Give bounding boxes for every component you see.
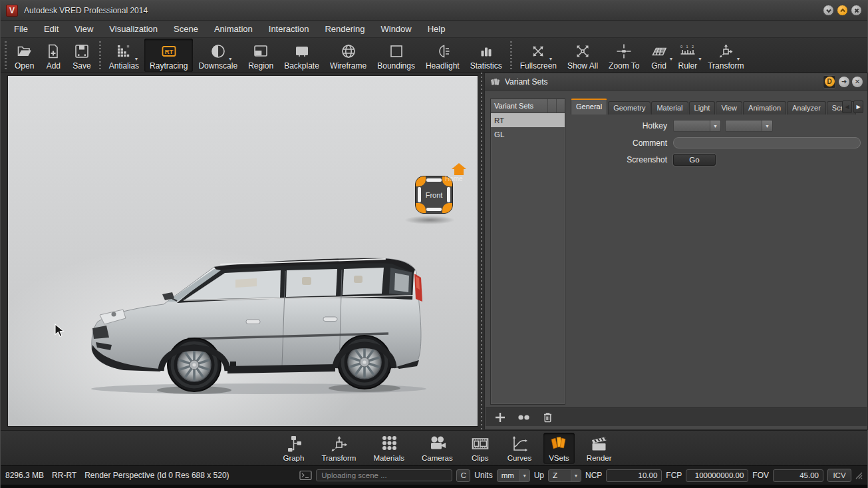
menu-rendering[interactable]: Rendering bbox=[317, 21, 372, 37]
cameras-icon bbox=[427, 434, 447, 454]
close-button[interactable] bbox=[851, 5, 862, 16]
vsets-module-button[interactable]: VSets bbox=[543, 433, 575, 464]
add-button[interactable]: Add bbox=[39, 39, 67, 72]
tab-geometry[interactable]: Geometry bbox=[608, 101, 651, 115]
menu-animation[interactable]: Animation bbox=[206, 21, 261, 37]
menu-window[interactable]: Window bbox=[372, 21, 419, 37]
tabs-scroll-right-icon[interactable]: ▶ bbox=[853, 101, 863, 113]
list-item-rt[interactable]: RT bbox=[491, 113, 565, 127]
fcp-label: FCP bbox=[666, 471, 682, 480]
tab-light[interactable]: Light bbox=[689, 101, 716, 115]
fullscreen-icon: ▼ bbox=[529, 40, 547, 61]
cameras-module-button[interactable]: Cameras bbox=[416, 433, 458, 464]
ncp-input[interactable]: 10.00 bbox=[606, 469, 662, 482]
toolbar-handle[interactable] bbox=[5, 41, 7, 69]
tabs-scroll-left-icon[interactable]: ◀ bbox=[842, 101, 852, 113]
hotkey-modifier-select[interactable]: ▼ bbox=[673, 120, 721, 132]
grid-button[interactable]: ▼ Grid bbox=[645, 39, 673, 72]
graph-module-button[interactable]: Graph bbox=[277, 433, 309, 464]
save-button[interactable]: Save bbox=[67, 39, 96, 72]
menu-scene[interactable]: Scene bbox=[166, 21, 206, 37]
fullscreen-button[interactable]: ▼ Fullscreen bbox=[515, 39, 562, 72]
wireframe-button[interactable]: Wireframe bbox=[325, 39, 372, 72]
headlight-icon bbox=[434, 40, 451, 61]
render-viewport[interactable]: Front Home bbox=[7, 75, 478, 427]
comment-input[interactable] bbox=[673, 137, 861, 148]
render-module-button[interactable]: Render bbox=[581, 433, 617, 464]
materials-module-button[interactable]: Materials bbox=[368, 433, 410, 464]
dock-d-button[interactable]: D bbox=[823, 75, 836, 89]
show-all-button[interactable]: Show All bbox=[562, 39, 603, 72]
memory-usage: 8296.3 MB bbox=[5, 471, 44, 480]
status-bar: 8296.3 MB RR-RT Render Perspective (Id 0… bbox=[1, 465, 867, 485]
undock-arrow-button[interactable]: ➜ bbox=[839, 77, 849, 87]
transform-module-button[interactable]: Transform bbox=[316, 433, 361, 464]
menu-visualization[interactable]: Visualization bbox=[101, 21, 166, 37]
up-axis-label: Up bbox=[534, 471, 544, 480]
statistics-button[interactable]: Statistics bbox=[465, 39, 507, 72]
list-item-gl[interactable]: GL bbox=[491, 127, 565, 141]
vsets-icon bbox=[549, 434, 569, 454]
toolbar-handle[interactable] bbox=[510, 41, 512, 69]
transform-icon bbox=[329, 434, 349, 454]
tab-animation[interactable]: Animation bbox=[743, 101, 786, 115]
console-button[interactable]: C bbox=[456, 469, 470, 482]
region-icon bbox=[252, 40, 269, 61]
zoom-to-button[interactable]: Zoom To bbox=[603, 39, 645, 72]
panel-splitter[interactable] bbox=[478, 73, 484, 430]
menu-interaction[interactable]: Interaction bbox=[261, 21, 317, 37]
show-all-icon bbox=[574, 40, 591, 61]
progress-field: Uploading scene ... bbox=[316, 469, 452, 481]
menu-file[interactable]: File bbox=[6, 21, 36, 37]
tab-material[interactable]: Material bbox=[651, 101, 688, 115]
fov-input[interactable]: 45.00 bbox=[773, 469, 823, 482]
delete-variant-set-button[interactable] bbox=[542, 411, 553, 423]
main-toolbar: Open Add Save ▼ Antialias RT Raytracing … bbox=[1, 38, 867, 73]
renderer-mode: RR-RT bbox=[52, 471, 76, 480]
downscale-button[interactable]: ▼ Downscale bbox=[193, 39, 243, 72]
car-model[interactable] bbox=[82, 240, 442, 396]
screenshot-label: Screenshot bbox=[571, 155, 667, 164]
minimize-button[interactable] bbox=[823, 5, 834, 16]
screenshot-go-button[interactable]: Go bbox=[673, 154, 716, 166]
variant-sets-panel: Variant Sets D ➜ ✕ Variant Sets RT GL bbox=[484, 73, 868, 430]
headlight-button[interactable]: Headlight bbox=[420, 39, 465, 72]
menu-help[interactable]: Help bbox=[420, 21, 454, 37]
up-axis-select[interactable]: Z▼ bbox=[548, 469, 581, 482]
dropdown-caret-icon: ▼ bbox=[669, 57, 674, 61]
open-button[interactable]: Open bbox=[9, 39, 39, 72]
resize-grip[interactable] bbox=[855, 472, 863, 479]
terminal-icon[interactable] bbox=[299, 470, 312, 481]
maximize-button[interactable] bbox=[837, 5, 848, 16]
duplicate-variant-set-button[interactable] bbox=[517, 413, 531, 422]
tab-general[interactable]: General bbox=[571, 99, 607, 115]
tab-view[interactable]: View bbox=[716, 101, 742, 115]
hotkey-key-select[interactable]: ▼ bbox=[725, 120, 773, 132]
dropdown-caret-icon: ▼ bbox=[228, 57, 233, 61]
toolbar-handle[interactable] bbox=[99, 41, 101, 69]
curves-module-button[interactable]: Curves bbox=[502, 433, 537, 464]
list-header-col3[interactable] bbox=[556, 99, 565, 113]
home-view-icon[interactable] bbox=[451, 162, 467, 176]
backplate-button[interactable]: Backplate bbox=[279, 39, 325, 72]
boundings-button[interactable]: Boundings bbox=[372, 39, 420, 72]
ruler-button[interactable]: 0 1 2▼ Ruler bbox=[673, 39, 703, 72]
units-select[interactable]: mm▼ bbox=[497, 469, 530, 482]
fcp-input[interactable]: 100000000.00 bbox=[686, 469, 748, 482]
region-button[interactable]: Region bbox=[243, 39, 279, 72]
list-header-col2[interactable] bbox=[547, 99, 556, 113]
tab-analyzer[interactable]: Analyzer bbox=[787, 101, 826, 115]
clips-icon bbox=[470, 434, 490, 454]
panel-close-button[interactable]: ✕ bbox=[852, 77, 863, 87]
icv-button[interactable]: ICV bbox=[827, 469, 851, 482]
list-header-name[interactable]: Variant Sets bbox=[491, 99, 547, 113]
raytracing-button[interactable]: RT Raytracing bbox=[144, 39, 193, 72]
transform-button[interactable]: ▼ Transform bbox=[702, 39, 749, 72]
clips-module-button[interactable]: Clips bbox=[465, 433, 496, 464]
title-bar: V Autodesk VRED Professional 2014 bbox=[1, 1, 867, 21]
menu-edit[interactable]: Edit bbox=[36, 21, 67, 37]
add-variant-set-button[interactable] bbox=[494, 411, 506, 423]
units-label: Units bbox=[474, 471, 492, 480]
menu-view[interactable]: View bbox=[67, 21, 101, 37]
antialias-button[interactable]: ▼ Antialias bbox=[104, 39, 144, 72]
